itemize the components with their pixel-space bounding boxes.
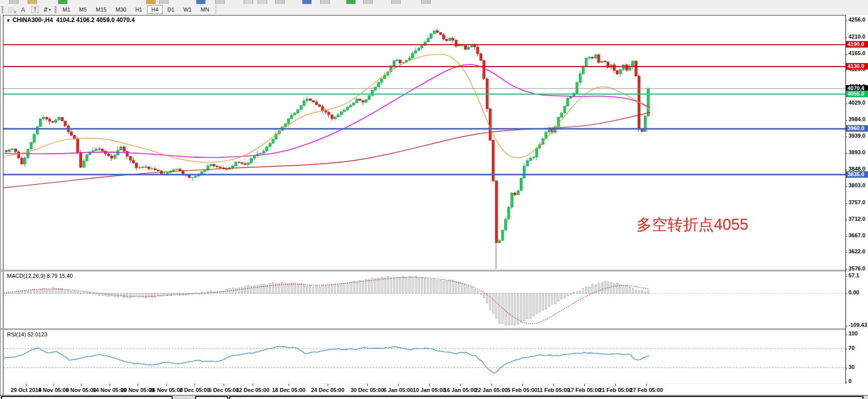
time-tick [224, 384, 224, 386]
chart-annotation-text: 多空转折点4055 [636, 214, 748, 235]
price-badge-4055.0: 4055.0 [846, 91, 868, 97]
time-tick [460, 384, 461, 386]
timeframe-button-M30[interactable]: M30 [112, 5, 130, 14]
dropdown-caret-icon[interactable]: ▾ [49, 8, 51, 12]
ma-magenta [4, 65, 650, 158]
panel-separator[interactable] [0, 270, 868, 271]
time-tick [367, 384, 368, 386]
time-tick [522, 384, 523, 386]
axis-tick-label: 4165.0 [848, 50, 865, 56]
rsi-indicator-label: RSI(14) 52.0123 [7, 331, 48, 337]
toolbar-grip[interactable] [2, 6, 4, 14]
toolbar-separator [216, 5, 216, 14]
axis-tick-label: 100 [848, 330, 857, 336]
text-box-icon[interactable]: T [30, 5, 41, 14]
axis-tick-label: -109.43 [848, 322, 867, 328]
mt4-chart-window: F A T ⇵ ▾ M1M5M15M30H1H4D1W1MN ▼CHINA300… [0, 0, 868, 399]
time-label: 4 Nov 05:00 [38, 387, 69, 393]
time-label: 6 Dec 05:00 [209, 387, 239, 393]
price-badge-4130.0: 4130.0 [846, 63, 868, 70]
toolbar-grip[interactable] [55, 6, 57, 14]
axis-tick-label: 70 [848, 345, 854, 351]
time-label: 2 Dec 05:00 [180, 387, 210, 393]
time-tick [491, 384, 492, 386]
macd-indicator-label: MACD(12,26,9) 8.79 15.40 [7, 273, 73, 279]
time-label: 17 Feb 05:00 [568, 387, 601, 393]
axis-tick-label: 3667.0 [848, 232, 865, 238]
timeframe-button-MN[interactable]: MN [197, 5, 213, 14]
price-axis[interactable]: 4256.04210.04165.04120.04074.04029.03984… [846, 15, 868, 384]
time-tick [81, 384, 82, 386]
time-label: 22 Jan 05:00 [475, 387, 507, 393]
timeframe-button-H1[interactable]: H1 [131, 5, 146, 14]
axis-tick-label: 3893.0 [848, 149, 865, 155]
chart-window-left-edge [0, 15, 4, 395]
axis-tick-label: 0 [848, 378, 851, 384]
snap-grid-icon[interactable]: F [6, 5, 17, 14]
time-label: 18 Dec 05:00 [272, 387, 306, 393]
bottom-tab[interactable] [1, 396, 173, 399]
time-tick [646, 384, 647, 386]
price-badge-3960.0: 3960.0 [846, 125, 868, 132]
time-tick [54, 384, 54, 386]
bottom-tab[interactable] [229, 396, 863, 399]
timeframe-button-D1[interactable]: D1 [164, 5, 179, 14]
chart-ohlc-values: 4104.2 4106.2 4059.0 4070.4 [56, 17, 135, 24]
axis-tick-label: 3803.0 [848, 182, 865, 188]
time-label: 24 Dec 05:00 [311, 387, 345, 393]
axis-tick-label: 57.1 [848, 272, 859, 278]
axis-tick-label: 3984.0 [848, 116, 865, 122]
time-tick [398, 384, 399, 386]
timeframe-button-M15[interactable]: M15 [92, 5, 111, 14]
time-label: 30 Dec 05:00 [351, 387, 384, 393]
timeframe-button-group: M1M5M15M30H1H4D1W1MN [58, 5, 214, 14]
chart-title-caret-icon[interactable]: ▼ [6, 18, 11, 23]
time-tick [110, 384, 110, 386]
time-tick [195, 384, 195, 386]
rsi-canvas[interactable] [4, 330, 845, 383]
bottom-tab[interactable] [195, 396, 228, 399]
time-tick [584, 384, 585, 386]
time-label: 27 Feb 05:00 [630, 387, 663, 393]
time-tick [429, 384, 430, 386]
time-tick [328, 384, 328, 386]
timeframe-button-W1[interactable]: W1 [180, 5, 196, 14]
macd-canvas[interactable] [4, 271, 845, 328]
time-tick [253, 384, 253, 386]
price-badge-4190.0: 4190.0 [846, 41, 868, 48]
axis-tick-label: 4029.0 [848, 100, 865, 106]
top-icon-strip [0, 0, 868, 4]
time-tick [138, 384, 138, 386]
main-toolbar: F A T ⇵ ▾ M1M5M15M30H1H4D1W1MN [0, 4, 868, 15]
text-a-icon[interactable]: A [18, 5, 29, 14]
time-label: 5 Feb 05:00 [507, 387, 537, 393]
axis-tick-label: 0.00 [848, 289, 859, 295]
time-tick [26, 384, 27, 386]
chart-symbol: CHINA300-,H4 [13, 17, 53, 24]
time-label: 26 Nov 05:00 [149, 387, 183, 393]
axis-tick-label: 3622.0 [848, 248, 865, 254]
price-axis-border [845, 16, 846, 384]
time-label: 21 Feb 05:00 [599, 387, 632, 393]
axis-tick-label: 3939.0 [848, 133, 865, 139]
time-tick [166, 384, 167, 386]
panel-separator[interactable] [0, 328, 868, 330]
time-tick [289, 384, 289, 386]
time-tick [615, 384, 616, 386]
time-label: 10 Jan 05:00 [413, 387, 445, 393]
axis-tick-label: 3757.0 [848, 199, 865, 205]
axis-tick-label: 4256.0 [848, 17, 865, 23]
arrange-arrows-icon[interactable]: ⇵ ▾ [42, 5, 53, 14]
time-label: 12 Dec 05:00 [236, 387, 270, 393]
axis-tick-label: 4210.0 [848, 34, 865, 40]
price-badge-3835.0: 3835.0 [846, 171, 868, 178]
time-label: 8 Nov 05:00 [66, 387, 96, 393]
timeframe-button-H4[interactable]: H4 [147, 5, 162, 14]
time-label: 16 Jan 05:00 [444, 387, 476, 393]
timeframe-button-M1[interactable]: M1 [59, 5, 74, 14]
timeframe-button-M5[interactable]: M5 [75, 5, 91, 14]
rsi-line [4, 346, 649, 373]
axis-tick-label: 30 [848, 364, 854, 370]
time-label: 11 Feb 05:00 [537, 387, 569, 393]
time-label: 6 Jan 05:00 [383, 387, 413, 393]
